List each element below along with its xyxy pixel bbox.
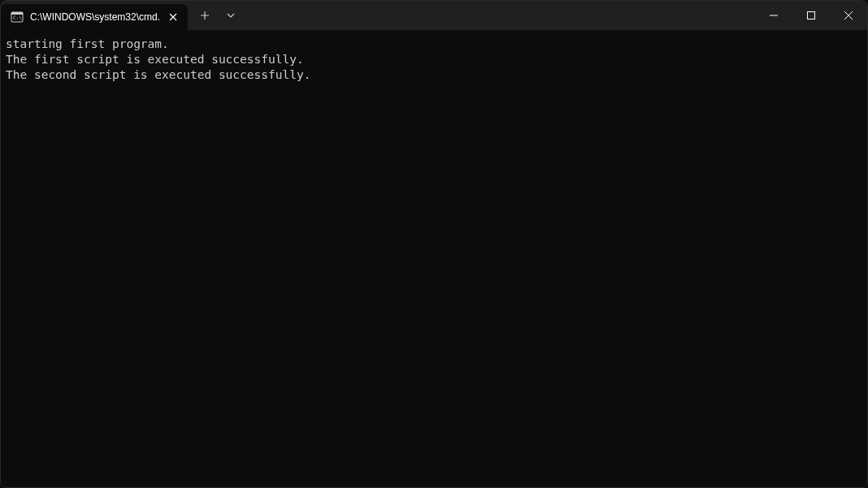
terminal-tab[interactable]: C:\ C:\WINDOWS\system32\cmd. (1, 4, 188, 30)
svg-rect-3 (808, 12, 815, 19)
terminal-output[interactable]: starting first program. The first script… (1, 30, 867, 487)
maximize-button[interactable] (792, 1, 830, 30)
close-window-button[interactable] (830, 1, 867, 30)
minimize-button[interactable] (755, 1, 792, 30)
tab-dropdown-button[interactable] (219, 4, 243, 27)
cmd-icon: C:\ (11, 11, 24, 24)
titlebar-drag-area[interactable] (243, 1, 755, 30)
tabstrip-buttons (188, 1, 243, 30)
titlebar: C:\ C:\WINDOWS\system32\cmd. (1, 1, 867, 30)
tab-close-button[interactable] (167, 11, 180, 24)
terminal-line: starting first program. (6, 37, 862, 52)
tab-title: C:\WINDOWS\system32\cmd. (30, 11, 160, 23)
new-tab-button[interactable] (193, 4, 217, 27)
svg-text:C:\: C:\ (13, 15, 22, 20)
terminal-line: The second script is executed successful… (6, 67, 862, 83)
terminal-line: The first script is executed successfull… (6, 52, 862, 67)
window-controls (755, 1, 867, 30)
